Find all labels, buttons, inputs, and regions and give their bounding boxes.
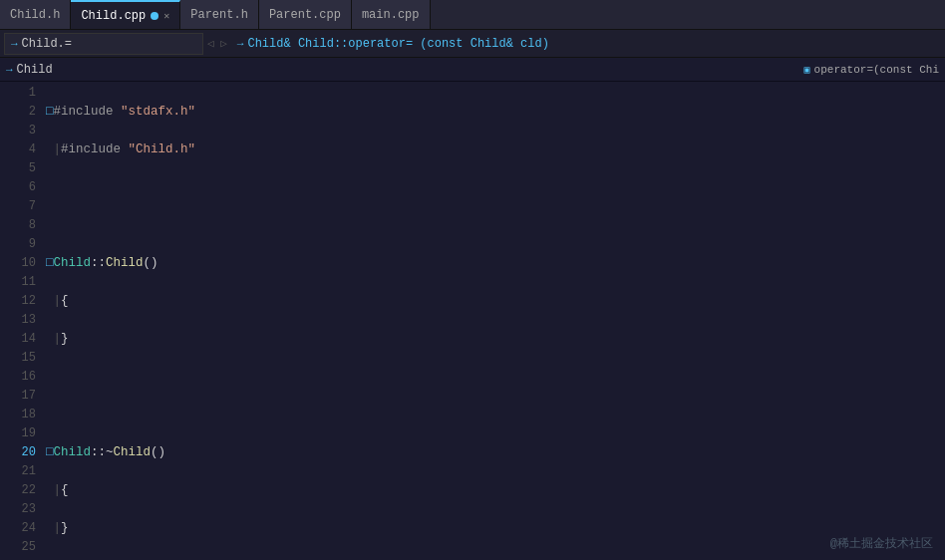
line-num: 11 (0, 273, 36, 292)
line-num: 9 (0, 235, 36, 254)
forward-icon: → (11, 38, 18, 50)
code-line-10: □Child::~Child() (46, 443, 945, 462)
scope-selector[interactable]: → Child.= (4, 33, 203, 55)
line-num: 6 (0, 178, 36, 197)
code-line-11: |{ (46, 481, 945, 500)
toolbar: → Child.= ◁ ▷ → Child& Child::operator= … (0, 30, 945, 58)
line-num: 2 (0, 103, 36, 122)
line-num: 17 (0, 387, 36, 406)
line-num: 4 (0, 140, 36, 159)
code-line-2: |#include "Child.h" (46, 140, 945, 159)
scope-arrow: → (6, 64, 13, 76)
nav-arrows[interactable]: ◁ ▷ (207, 37, 227, 50)
line-num: 20 (0, 443, 36, 462)
code-line-5: □Child::Child() (46, 254, 945, 273)
code-line-9 (46, 406, 945, 424)
line-num: 5 (0, 159, 36, 178)
code-line-12: |} (46, 519, 945, 538)
code-line-1: □#include "stdafx.h" (46, 103, 945, 122)
tab-parent-h[interactable]: Parent.h (180, 0, 259, 29)
line-num: 8 (0, 216, 36, 235)
scope-bar-right: ▣ operator=(const Chi (804, 64, 939, 76)
tab-label: main.cpp (362, 8, 420, 22)
line-num: 16 (0, 368, 36, 387)
app-container: Child.h Child.cpp ✕ Parent.h Parent.cpp … (0, 0, 945, 560)
close-icon[interactable]: ✕ (163, 10, 169, 22)
code-line-6: |{ (46, 292, 945, 311)
tab-child-h[interactable]: Child.h (0, 0, 71, 29)
scope-bar: → Child ▣ operator=(const Chi (0, 58, 945, 82)
scope-selector-label: Child.= (22, 37, 72, 51)
code-line-8 (46, 368, 945, 387)
line-num: 19 (0, 424, 36, 443)
line-num: 24 (0, 519, 36, 538)
tab-label: Child.h (10, 8, 60, 22)
tab-bar: Child.h Child.cpp ✕ Parent.h Parent.cpp … (0, 0, 945, 30)
line-num: 3 (0, 122, 36, 140)
breadcrumb-text: Child& Child::operator= (const Child& cl… (247, 37, 548, 51)
line-num: 15 (0, 349, 36, 368)
line-num: 18 (0, 406, 36, 424)
scope-bar-left: → Child (6, 63, 800, 77)
code-line-4 (46, 216, 945, 235)
tab-main-cpp[interactable]: main.cpp (352, 0, 431, 29)
tab-label: Parent.h (190, 8, 248, 22)
line-num: 23 (0, 500, 36, 519)
line-num: 14 (0, 330, 36, 349)
tab-label: Parent.cpp (269, 8, 341, 22)
line-num: 13 (0, 311, 36, 330)
code-editor[interactable]: □#include "stdafx.h" |#include "Child.h"… (42, 82, 945, 560)
breadcrumb: → Child& Child::operator= (const Child& … (231, 33, 941, 55)
line-num: 22 (0, 481, 36, 500)
code-line-3 (46, 178, 945, 197)
line-num: 21 (0, 462, 36, 481)
line-numbers: 1 2 3 4 5 6 7 8 9 10 11 12 13 14 15 16 1… (0, 82, 42, 560)
tab-label: Child.cpp (81, 9, 146, 23)
line-num: 7 (0, 197, 36, 216)
code-area: 1 2 3 4 5 6 7 8 9 10 11 12 13 14 15 16 1… (0, 82, 945, 560)
scope-icon: ▣ (804, 64, 810, 76)
scope-name: Child (17, 63, 53, 77)
watermark: @稀土掘金技术社区 (830, 535, 933, 552)
breadcrumb-arrow: → (237, 38, 244, 50)
tab-parent-cpp[interactable]: Parent.cpp (259, 0, 352, 29)
line-num: 25 (0, 538, 36, 557)
scope-method: operator=(const Chi (814, 64, 939, 76)
modified-indicator (151, 12, 158, 20)
line-num: 10 (0, 254, 36, 273)
code-line-7: |} (46, 330, 945, 349)
tab-child-cpp[interactable]: Child.cpp ✕ (71, 0, 180, 29)
line-num: 1 (0, 84, 36, 103)
line-num: 12 (0, 292, 36, 311)
